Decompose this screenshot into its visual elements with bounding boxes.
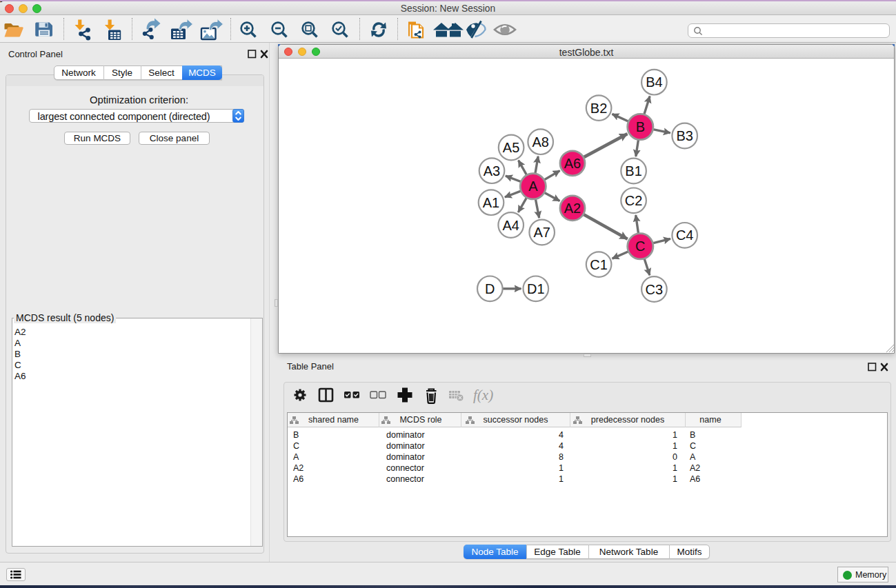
svg-text:C1: C1 [590, 257, 608, 272]
svg-text:B3: B3 [676, 128, 693, 143]
svg-text:B4: B4 [646, 74, 662, 90]
svg-text:A8: A8 [532, 134, 548, 150]
svg-text:C: C [635, 239, 645, 254]
svg-text:D1: D1 [527, 281, 545, 296]
svg-text:B2: B2 [590, 101, 607, 116]
svg-text:B: B [636, 119, 645, 134]
svg-text:B1: B1 [625, 163, 641, 179]
svg-text:A1: A1 [483, 195, 499, 210]
svg-text:A5: A5 [503, 140, 519, 155]
svg-text:A4: A4 [502, 218, 519, 233]
svg-text:C2: C2 [625, 193, 643, 208]
svg-text:A2: A2 [564, 201, 581, 216]
svg-text:f(x): f(x) [473, 387, 493, 403]
svg-text:C3: C3 [646, 282, 664, 297]
svg-text:A6: A6 [564, 156, 581, 171]
svg-text:C4: C4 [676, 227, 694, 243]
svg-text:D: D [485, 281, 495, 296]
svg-text:A: A [528, 179, 538, 194]
svg-text:A7: A7 [533, 225, 550, 240]
svg-text:A3: A3 [484, 163, 500, 179]
